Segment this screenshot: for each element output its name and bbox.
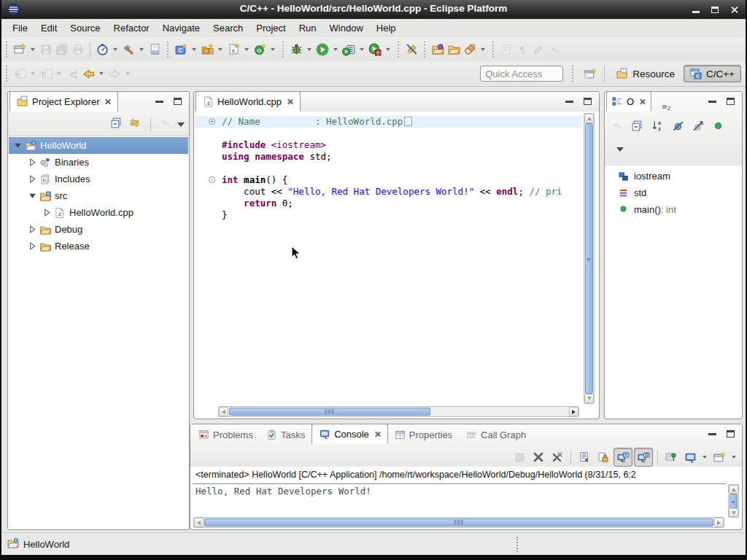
scroll-right-button[interactable] bbox=[569, 407, 578, 416]
close-icon[interactable] bbox=[639, 98, 646, 105]
profile-stopwatch-button[interactable] bbox=[94, 41, 110, 58]
menu-navigate[interactable]: Navigate bbox=[156, 20, 206, 36]
clear-console-button[interactable] bbox=[576, 448, 593, 466]
scroll-lock-button[interactable] bbox=[595, 448, 612, 466]
expand-arrow-icon[interactable] bbox=[42, 209, 51, 217]
tree-item-src[interactable]: Csrc bbox=[9, 187, 188, 204]
code-line[interactable]: +// Name : HelloWorld.cpp bbox=[195, 116, 582, 128]
menu-search[interactable]: Search bbox=[206, 20, 249, 36]
quick-access-input[interactable] bbox=[480, 66, 563, 82]
view-menu-button[interactable] bbox=[616, 147, 624, 152]
tab-project-explorer[interactable]: Project Explorer bbox=[9, 91, 118, 112]
debug-dropdown-icon[interactable] bbox=[307, 48, 311, 51]
collapse-all-button[interactable] bbox=[110, 117, 123, 132]
hide-fields-button[interactable] bbox=[672, 120, 684, 135]
toolbar-grip[interactable] bbox=[6, 66, 7, 82]
open-console-button[interactable] bbox=[711, 448, 728, 466]
build-hammer-button[interactable] bbox=[120, 41, 136, 58]
fold-expand-icon[interactable]: + bbox=[209, 118, 215, 125]
expand-arrow-icon[interactable] bbox=[28, 225, 36, 233]
editor-horizontal-scrollbar[interactable]: ⦀⦀⦀ bbox=[218, 406, 579, 417]
status-grip[interactable] bbox=[516, 537, 518, 552]
tree-item-includes[interactable]: hIncludes bbox=[9, 171, 188, 187]
collapse-arrow-icon[interactable] bbox=[28, 192, 36, 200]
menu-window[interactable]: Window bbox=[323, 20, 370, 36]
open-perspective-button[interactable] bbox=[582, 65, 598, 82]
back-button[interactable] bbox=[80, 65, 96, 82]
tab-tasks[interactable]: Tasks bbox=[260, 425, 311, 444]
close-icon[interactable] bbox=[287, 98, 293, 105]
hide-static-button[interactable]: S bbox=[692, 120, 705, 135]
expand-arrow-icon[interactable] bbox=[28, 158, 36, 166]
coverage-dropdown-icon[interactable] bbox=[386, 48, 390, 51]
run-dropdown-icon[interactable] bbox=[333, 48, 338, 51]
scroll-up-button[interactable] bbox=[729, 485, 738, 494]
console-output[interactable]: Hello, Red Hat Developers World! bbox=[193, 486, 371, 497]
run-button[interactable] bbox=[314, 41, 330, 58]
scroll-left-button[interactable] bbox=[219, 407, 228, 416]
scroll-down-button[interactable] bbox=[729, 508, 738, 517]
tab-editor-helloworld[interactable]: .c HelloWorld.cpp bbox=[196, 91, 301, 112]
close-icon[interactable] bbox=[104, 98, 111, 105]
new-wizard-button[interactable] bbox=[12, 41, 28, 58]
scroll-down-button[interactable] bbox=[584, 394, 594, 403]
window-minimize-button[interactable] bbox=[692, 11, 700, 13]
tree-item-binaries[interactable]: 10Binaries bbox=[9, 154, 188, 171]
sort-az-button[interactable]: az bbox=[651, 120, 664, 135]
scroll-up-button[interactable] bbox=[584, 114, 594, 123]
binary-file-button[interactable]: 010 bbox=[147, 41, 163, 58]
new-source-folder-button[interactable]: C bbox=[199, 41, 215, 58]
outline-item-iostream[interactable]: iostream bbox=[605, 168, 741, 184]
fold-collapse-icon[interactable]: - bbox=[209, 176, 215, 183]
new-c-project-dropdown-icon[interactable] bbox=[192, 48, 196, 51]
tab-outline[interactable]: O bbox=[606, 91, 651, 112]
code-line[interactable]: using namespace std; bbox=[195, 151, 582, 163]
minimize-view-button[interactable] bbox=[708, 101, 716, 103]
open-resource-button[interactable] bbox=[446, 41, 462, 58]
maximize-view-button[interactable] bbox=[174, 98, 182, 105]
view-menu-button[interactable] bbox=[177, 122, 185, 127]
toolbar-grip[interactable] bbox=[282, 42, 284, 58]
window-maximize-button[interactable] bbox=[711, 7, 719, 13]
toolbar-grip[interactable] bbox=[398, 42, 399, 58]
search-marker-button[interactable] bbox=[462, 41, 478, 58]
code-line[interactable] bbox=[195, 128, 582, 139]
perspective-cdt-button[interactable]: C C/C++ bbox=[684, 65, 741, 82]
tab-console[interactable]: Console bbox=[311, 424, 388, 444]
remove-all-terminated-button[interactable] bbox=[549, 448, 566, 466]
collapse-all-button[interactable] bbox=[631, 120, 643, 135]
tree-item-helloworld-cpp[interactable]: .cHelloWorld.cpp bbox=[9, 204, 188, 221]
maximize-view-button[interactable] bbox=[727, 98, 735, 105]
new-c-project-button[interactable]: C bbox=[173, 41, 189, 58]
run-external-dropdown-icon[interactable] bbox=[360, 48, 364, 51]
folded-region-indicator[interactable] bbox=[404, 117, 412, 126]
maximize-view-button[interactable] bbox=[727, 430, 735, 438]
outline-item-main-[interactable]: main() : int bbox=[605, 201, 741, 218]
menu-refactor[interactable]: Refactor bbox=[107, 20, 156, 36]
tree-item-helloworld[interactable]: CHelloWorld bbox=[9, 137, 188, 154]
pin-console-button[interactable] bbox=[662, 448, 680, 466]
debug-bug-button[interactable] bbox=[288, 41, 304, 58]
window-close-button[interactable] bbox=[730, 6, 738, 14]
expand-arrow-icon[interactable] bbox=[28, 242, 36, 250]
build-dropdown-icon[interactable] bbox=[139, 48, 144, 51]
tree-item-debug[interactable]: Debug bbox=[9, 221, 188, 238]
code-line[interactable]: #include <iostream> bbox=[195, 139, 582, 151]
display-selected-console-button[interactable] bbox=[681, 448, 699, 466]
close-icon[interactable] bbox=[374, 431, 381, 438]
new-class-dropdown-icon[interactable] bbox=[271, 48, 275, 51]
tree-item-release[interactable]: Release bbox=[9, 238, 188, 254]
code-editor[interactable]: +// Name : HelloWorld.cpp#include <iostr… bbox=[195, 112, 582, 405]
editor-vertical-scrollbar[interactable]: ≡ bbox=[584, 113, 595, 404]
new-source-file-dropdown-icon[interactable] bbox=[244, 48, 249, 51]
show-console-on-stderr-button[interactable] bbox=[634, 448, 653, 467]
menu-help[interactable]: Help bbox=[370, 20, 403, 36]
outline-item-std[interactable]: std bbox=[605, 184, 741, 201]
minimize-view-button[interactable] bbox=[155, 101, 163, 103]
menu-edit[interactable]: Edit bbox=[34, 20, 63, 36]
scroll-left-button[interactable] bbox=[194, 518, 204, 527]
coverage-button[interactable] bbox=[367, 41, 383, 58]
console-horizontal-scrollbar[interactable]: ⦀⦀⦀ bbox=[193, 517, 724, 528]
menu-run[interactable]: Run bbox=[293, 20, 323, 36]
mark-occurrences-button[interactable] bbox=[403, 41, 419, 58]
